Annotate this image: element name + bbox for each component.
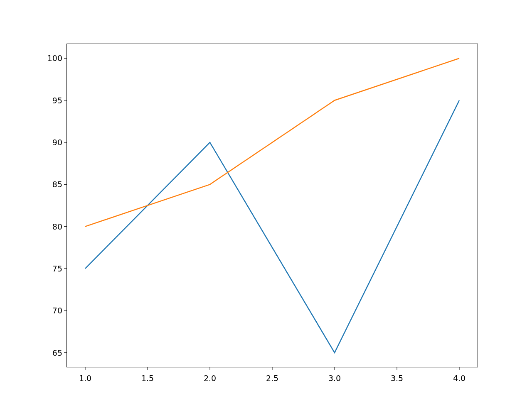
y-tick-label-3: 80 bbox=[52, 222, 62, 231]
x-tick-label-2: 2.0 bbox=[204, 374, 216, 383]
plot-area bbox=[66, 44, 478, 367]
y-tick-label-4: 85 bbox=[52, 180, 62, 189]
y-tick-label-5: 90 bbox=[52, 138, 62, 147]
y-tick-label-1: 70 bbox=[52, 306, 62, 315]
x-tick-label-3: 2.5 bbox=[266, 374, 278, 383]
y-tick-label-7: 100 bbox=[47, 54, 62, 63]
x-tick-label-6: 4.0 bbox=[453, 374, 466, 383]
y-tick-label-2: 75 bbox=[52, 264, 62, 273]
chart-container: 65 70 75 80 85 90 95 100 1.0 1.5 2.0 2.5… bbox=[0, 0, 532, 401]
y-tick-label-0: 65 bbox=[52, 348, 62, 357]
x-tick-label-4: 3.0 bbox=[328, 374, 341, 383]
y-tick-label-6: 95 bbox=[52, 96, 62, 105]
x-tick-label-0: 1.0 bbox=[79, 374, 91, 383]
x-tick-marks bbox=[85, 367, 459, 370]
x-tick-label-5: 3.5 bbox=[391, 374, 403, 383]
x-tick-label-1: 1.5 bbox=[141, 374, 154, 383]
